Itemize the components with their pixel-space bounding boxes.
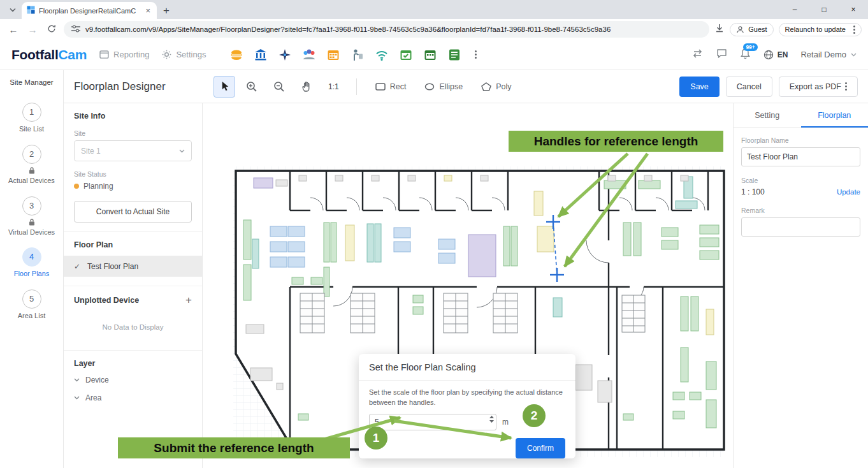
account-menu[interactable]: Retail Demo bbox=[800, 50, 857, 59]
report-window-icon bbox=[99, 50, 109, 59]
convert-to-actual-site-button[interactable]: Convert to Actual Site bbox=[74, 201, 192, 223]
toolbar-divider bbox=[356, 78, 357, 95]
rail-title: Site Manager bbox=[0, 78, 63, 86]
footfallcam-logo: FootfallCam bbox=[11, 47, 87, 62]
remark-input[interactable] bbox=[741, 217, 860, 237]
floorplan-name-label: Floorplan Name bbox=[741, 136, 860, 144]
rect-tool-button[interactable]: Rect bbox=[369, 78, 413, 96]
designer-toolbar: 1:1 Rect Ellipse Poly bbox=[213, 76, 518, 98]
chevron-down-icon bbox=[851, 53, 857, 57]
zoom-in-button[interactable] bbox=[241, 76, 263, 98]
forward-icon[interactable]: → bbox=[25, 24, 40, 35]
tab-setting[interactable]: Setting bbox=[734, 103, 801, 128]
select-tool-button[interactable] bbox=[213, 76, 235, 98]
tab-search-icon[interactable] bbox=[5, 2, 20, 17]
burger-app-icon[interactable] bbox=[229, 47, 243, 62]
sidebar-step-site-list[interactable]: 1 Site List bbox=[0, 103, 63, 134]
address-bar[interactable]: v9.footfallcam.com/v9/Apps/SiteManager/F… bbox=[64, 21, 709, 38]
page-header: Floorplan Designer 1:1 Rect Ellipse Poly bbox=[64, 70, 868, 103]
cancel-button[interactable]: Cancel bbox=[726, 77, 772, 97]
window-maximize-button[interactable]: □ bbox=[809, 0, 839, 19]
event-check-app-icon[interactable] bbox=[398, 47, 413, 62]
wifi-app-icon[interactable] bbox=[374, 47, 389, 62]
browser-menu-icon[interactable] bbox=[853, 26, 855, 34]
queue-app-icon[interactable] bbox=[350, 47, 365, 62]
nav-reporting[interactable]: Reporting bbox=[99, 50, 149, 59]
unit-label: m bbox=[502, 418, 509, 427]
browser-tab-strip: Floorplan DesignerRetailCamC × + – □ × bbox=[0, 0, 868, 19]
layer-device-row[interactable]: Device bbox=[74, 368, 192, 386]
calendar-orange-app-icon[interactable] bbox=[326, 47, 340, 62]
properties-panel: Setting Floorplan Floorplan Name Scale 1… bbox=[733, 103, 868, 468]
back-icon[interactable]: ← bbox=[6, 24, 20, 35]
export-pdf-button[interactable]: Export as PDF bbox=[779, 77, 858, 97]
tab-floorplan[interactable]: Floorplan bbox=[801, 103, 868, 128]
site-label: Site bbox=[74, 129, 192, 137]
zoom-ratio-button[interactable]: 1:1 bbox=[328, 82, 339, 91]
favicon bbox=[27, 6, 35, 15]
floorplan-name-input[interactable] bbox=[741, 147, 860, 166]
spinner-down-icon[interactable] bbox=[489, 420, 494, 423]
new-tab-button[interactable]: + bbox=[163, 5, 170, 16]
scale-distance-input[interactable] bbox=[369, 414, 496, 430]
floor-plan-scaling-modal: Set the Floor Plan Scaling Set the scale… bbox=[359, 354, 575, 458]
pan-tool-button[interactable] bbox=[296, 76, 317, 98]
chevron-down-icon bbox=[74, 396, 80, 400]
refresh-icon[interactable] bbox=[45, 24, 59, 35]
event-green-app-icon[interactable] bbox=[423, 47, 437, 62]
remark-label: Remark bbox=[741, 207, 860, 214]
polygon-icon bbox=[481, 82, 491, 91]
chevron-down-icon bbox=[74, 378, 80, 382]
window-close-button[interactable]: × bbox=[839, 0, 868, 19]
sidebar-step-floor-plans[interactable]: 4 Floor Plans bbox=[0, 247, 63, 279]
spinner-up-icon[interactable] bbox=[489, 416, 494, 418]
ellipse-tool-button[interactable]: Ellipse bbox=[418, 78, 469, 96]
window-minimize-button[interactable]: – bbox=[780, 0, 809, 19]
download-icon[interactable] bbox=[714, 23, 725, 36]
site-info-title: Site Info bbox=[74, 112, 192, 121]
browser-tab[interactable]: Floorplan DesignerRetailCamC × bbox=[22, 2, 157, 19]
sidebar-step-actual-devices[interactable]: 2 Actual Devices bbox=[0, 145, 63, 186]
tab-close-icon[interactable]: × bbox=[144, 6, 152, 15]
team-app-icon[interactable] bbox=[301, 47, 316, 62]
nav-settings[interactable]: Settings bbox=[162, 50, 206, 59]
app-header: FootfallCam Reporting Settings 99+ EN R bbox=[0, 40, 868, 70]
check-icon: ✓ bbox=[74, 262, 80, 271]
export-menu-icon[interactable] bbox=[845, 82, 847, 91]
plane-app-icon[interactable] bbox=[277, 47, 292, 62]
update-scale-link[interactable]: Update bbox=[837, 188, 860, 196]
app-icon-row bbox=[229, 47, 477, 62]
report-green-app-icon[interactable] bbox=[447, 47, 461, 62]
confirm-button[interactable]: Confirm bbox=[516, 438, 565, 458]
save-button[interactable]: Save bbox=[679, 77, 720, 97]
zoom-in-icon bbox=[246, 81, 257, 92]
notifications-bell-icon[interactable]: 99+ bbox=[740, 48, 751, 62]
person-icon bbox=[736, 26, 744, 34]
relaunch-to-update-button[interactable]: Relaunch to update bbox=[779, 23, 862, 36]
guest-profile-button[interactable]: Guest bbox=[730, 23, 773, 36]
site-status-label: Site Status bbox=[74, 170, 192, 178]
add-device-button[interactable]: + bbox=[185, 295, 192, 305]
scale-value: 1 : 100 bbox=[741, 187, 765, 196]
more-apps-icon[interactable] bbox=[475, 50, 477, 59]
bank-app-icon[interactable] bbox=[253, 47, 268, 62]
annotation-handles-banner: Handles for reference length bbox=[509, 131, 723, 152]
chat-icon[interactable] bbox=[716, 48, 727, 61]
site-info-icon[interactable] bbox=[71, 24, 80, 35]
hand-icon bbox=[301, 81, 312, 92]
cursor-icon bbox=[220, 81, 229, 92]
zoom-out-button[interactable] bbox=[268, 76, 290, 98]
poly-tool-button[interactable]: Poly bbox=[475, 78, 517, 96]
no-data-text: No Data to Display bbox=[64, 305, 202, 350]
annotation-step-2-circle: 2 bbox=[523, 404, 546, 427]
floor-plan-item-selected[interactable]: ✓ Test Floor Plan bbox=[64, 256, 202, 277]
sidebar-step-area-list[interactable]: 5 Area List bbox=[0, 289, 63, 321]
modal-title: Set the Floor Plan Scaling bbox=[359, 354, 575, 381]
layer-area-row[interactable]: Area bbox=[74, 386, 192, 404]
swap-icon[interactable] bbox=[691, 49, 704, 61]
sidebar-step-virtual-devices[interactable]: 3 Virtual Devices bbox=[0, 196, 63, 237]
language-selector[interactable]: EN bbox=[763, 50, 788, 60]
site-select[interactable]: Site 1 bbox=[74, 140, 192, 161]
lock-icon bbox=[29, 219, 35, 226]
scale-label: Scale bbox=[741, 177, 860, 184]
